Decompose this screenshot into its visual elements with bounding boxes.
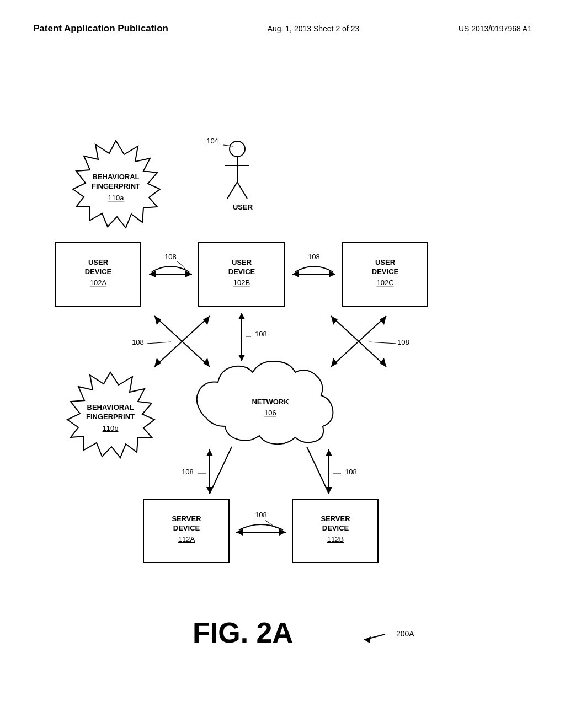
- svg-line-45: [147, 342, 171, 344]
- connection-ab: 108: [149, 253, 192, 277]
- connection-device-c-network: 108: [331, 316, 409, 367]
- svg-text:108: 108: [308, 253, 320, 261]
- user-device-b: USER DEVICE 102B: [199, 243, 284, 306]
- svg-marker-48: [238, 355, 245, 361]
- svg-text:DEVICE: DEVICE: [173, 524, 200, 532]
- connection-device-b-network: 108: [238, 313, 267, 361]
- fig-reference: 200A: [364, 629, 414, 643]
- svg-text:108: 108: [255, 330, 267, 338]
- svg-text:BEHAVIORAL: BEHAVIORAL: [93, 173, 140, 181]
- svg-text:112A: 112A: [178, 535, 195, 543]
- svg-marker-69: [206, 449, 213, 456]
- svg-text:DEVICE: DEVICE: [372, 267, 399, 276]
- svg-marker-54: [331, 358, 338, 367]
- svg-text:102B: 102B: [233, 279, 250, 287]
- svg-marker-42: [203, 316, 210, 325]
- connection-server-ab: 108: [236, 511, 286, 536]
- svg-line-73: [307, 447, 329, 494]
- behavioral-fingerprint-bottom: BEHAVIORAL FINGERPRINT 110b: [67, 372, 154, 458]
- svg-text:108: 108: [255, 511, 267, 519]
- svg-line-7: [227, 182, 237, 199]
- svg-text:USER: USER: [233, 203, 253, 211]
- svg-text:108: 108: [132, 338, 144, 346]
- svg-text:FINGERPRINT: FINGERPRINT: [86, 413, 135, 421]
- svg-text:108: 108: [345, 468, 357, 476]
- svg-marker-53: [380, 316, 386, 325]
- connection-bc: 108: [292, 253, 335, 277]
- svg-text:108: 108: [397, 338, 409, 346]
- svg-text:102A: 102A: [90, 279, 107, 287]
- svg-text:SERVER: SERVER: [172, 515, 201, 523]
- connection-device-a-network: 108: [132, 316, 210, 367]
- svg-marker-40: [154, 316, 161, 325]
- behavioral-fingerprint-top: BEHAVIORAL FINGERPRINT 110a: [73, 141, 160, 228]
- svg-marker-75: [326, 449, 332, 456]
- server-device-a: SERVER DEVICE 112A: [143, 499, 229, 563]
- connection-network-server-a: 108: [182, 447, 232, 494]
- svg-text:USER: USER: [232, 258, 252, 266]
- patent-number: US 2013/0197968 A1: [459, 22, 532, 33]
- svg-text:NETWORK: NETWORK: [252, 398, 289, 406]
- publication-title: Patent Application Publication: [33, 22, 168, 35]
- svg-text:102C: 102C: [376, 279, 393, 287]
- svg-point-4: [230, 141, 245, 157]
- user-device-a: USER DEVICE 102A: [55, 243, 141, 306]
- figure-label: FIG. 2A: [193, 617, 293, 649]
- svg-marker-43: [154, 358, 161, 367]
- network-cloud: NETWORK 106: [197, 361, 333, 444]
- svg-marker-41: [203, 358, 210, 367]
- svg-marker-84: [364, 636, 371, 643]
- svg-text:SERVER: SERVER: [321, 515, 350, 523]
- svg-text:DEVICE: DEVICE: [228, 267, 255, 276]
- svg-text:USER: USER: [88, 258, 109, 266]
- svg-text:FINGERPRINT: FINGERPRINT: [92, 182, 140, 190]
- svg-text:104: 104: [206, 137, 218, 145]
- svg-marker-76: [326, 487, 332, 494]
- svg-marker-55: [331, 316, 338, 325]
- user-figure: USER 104: [206, 137, 253, 211]
- connection-network-server-b: 108: [307, 447, 357, 494]
- svg-marker-70: [206, 487, 213, 494]
- svg-text:110b: 110b: [103, 424, 119, 432]
- server-device-b: SERVER DEVICE 112B: [292, 499, 378, 563]
- svg-text:108: 108: [182, 468, 194, 476]
- svg-line-8: [237, 182, 247, 199]
- svg-text:DEVICE: DEVICE: [85, 267, 112, 276]
- svg-line-67: [210, 447, 232, 494]
- svg-text:112B: 112B: [327, 535, 344, 543]
- svg-text:BEHAVIORAL: BEHAVIORAL: [87, 403, 134, 411]
- svg-text:DEVICE: DEVICE: [322, 524, 349, 532]
- user-device-c: USER DEVICE 102C: [342, 243, 428, 306]
- svg-text:106: 106: [264, 409, 276, 417]
- diagram: BEHAVIORAL FINGERPRINT 110a USER 104: [0, 72, 565, 728]
- svg-text:200A: 200A: [396, 629, 414, 638]
- svg-marker-56: [380, 358, 386, 367]
- page: Patent Application Publication Aug. 1, 2…: [0, 0, 565, 728]
- svg-marker-47: [238, 313, 245, 319]
- svg-text:108: 108: [164, 253, 177, 261]
- svg-text:110a: 110a: [108, 194, 125, 202]
- svg-line-58: [369, 342, 396, 344]
- header: Patent Application Publication Aug. 1, 2…: [0, 22, 565, 35]
- sheet-info: Aug. 1, 2013 Sheet 2 of 23: [268, 22, 360, 33]
- svg-text:USER: USER: [375, 258, 396, 266]
